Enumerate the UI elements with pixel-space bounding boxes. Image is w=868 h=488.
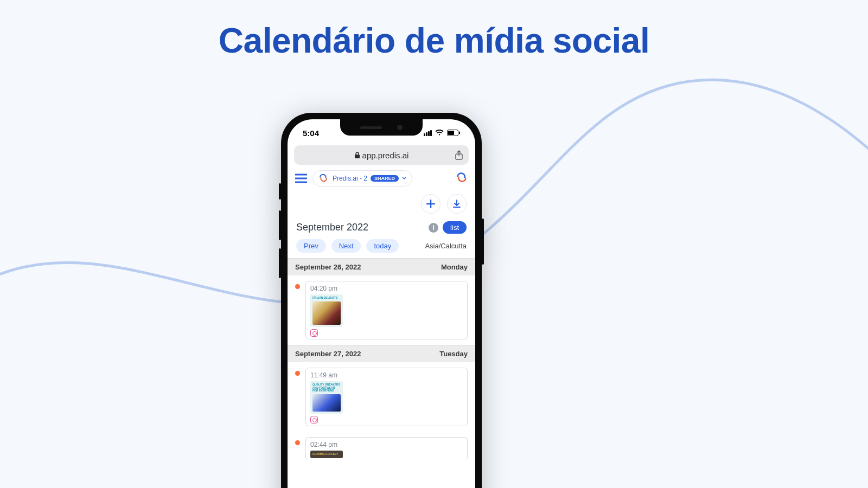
post-thumbnail: ITALIAN DELIGHTS	[310, 294, 343, 327]
phone-notch	[340, 119, 423, 136]
status-dot	[295, 440, 300, 445]
browser-url: app.predis.ai	[362, 151, 409, 160]
post-row: 04:20 pm ITALIAN DELIGHTS	[288, 275, 475, 345]
post-card[interactable]: 04:20 pm ITALIAN DELIGHTS	[305, 281, 468, 339]
today-button[interactable]: today	[366, 239, 399, 253]
status-time: 5:04	[303, 129, 319, 138]
status-dot	[295, 284, 300, 289]
view-list-button[interactable]: list	[443, 221, 467, 234]
month-label: September 2022	[296, 222, 368, 233]
day-weekday: Monday	[441, 263, 468, 271]
lock-icon	[354, 152, 360, 159]
svg-rect-1	[448, 131, 454, 135]
hamburger-menu-icon[interactable]	[295, 174, 307, 183]
post-card[interactable]: 02:44 pm CRAVING COFFEE?	[305, 437, 468, 460]
predis-logo-icon	[318, 173, 329, 184]
download-icon	[452, 200, 461, 208]
post-card[interactable]: 11:49 am QUALITY SNEAKERS AND FOOTWEAR F…	[305, 368, 468, 426]
post-row: 02:44 pm CRAVING COFFEE?	[288, 432, 475, 466]
next-button[interactable]: Next	[331, 239, 361, 253]
cellular-icon	[424, 130, 432, 136]
chevron-down-icon	[402, 177, 406, 180]
add-button[interactable]	[421, 194, 441, 214]
battery-icon	[447, 130, 460, 136]
workspace-selector[interactable]: Predis.ai - 2 SHARED	[312, 170, 412, 187]
info-button[interactable]: i	[429, 223, 438, 233]
status-dot	[295, 371, 300, 376]
post-row: 11:49 am QUALITY SNEAKERS AND FOOTWEAR F…	[288, 362, 475, 432]
day-date: September 27, 2022	[295, 350, 361, 358]
wifi-icon	[435, 130, 444, 136]
app-header: Predis.ai - 2 SHARED	[288, 165, 475, 191]
post-thumbnail: CRAVING COFFEE?	[310, 451, 343, 458]
phone-mockup: 5:04	[281, 113, 482, 488]
download-button[interactable]	[447, 194, 467, 214]
browser-url-bar[interactable]: app.predis.ai	[294, 145, 469, 165]
post-time: 02:44 pm	[310, 441, 463, 448]
shared-badge: SHARED	[371, 175, 399, 182]
svg-rect-3	[355, 155, 360, 158]
page-title: Calendário de mídia social	[0, 21, 868, 61]
day-weekday: Tuesday	[439, 350, 468, 358]
post-time: 11:49 am	[310, 371, 463, 379]
instagram-icon	[310, 416, 318, 423]
plus-icon	[426, 200, 435, 208]
month-row: September 2022 i list	[288, 218, 475, 238]
instagram-icon	[310, 329, 318, 337]
predis-logo-icon	[456, 171, 468, 185]
prev-button[interactable]: Prev	[296, 239, 326, 253]
day-date: September 26, 2022	[295, 263, 361, 271]
action-row	[288, 191, 475, 218]
timezone-label: Asia/Calcutta	[425, 242, 467, 250]
day-header: September 27, 2022 Tuesday	[288, 345, 475, 362]
nav-row: Prev Next today Asia/Calcutta	[288, 238, 475, 258]
post-thumbnail: QUALITY SNEAKERS AND FOOTWEAR FOR EVERYO…	[310, 381, 343, 414]
post-time: 04:20 pm	[310, 285, 463, 292]
day-header: September 26, 2022 Monday	[288, 258, 475, 275]
workspace-name: Predis.ai - 2	[333, 175, 367, 182]
svg-rect-2	[459, 132, 460, 134]
share-icon[interactable]	[455, 150, 463, 160]
